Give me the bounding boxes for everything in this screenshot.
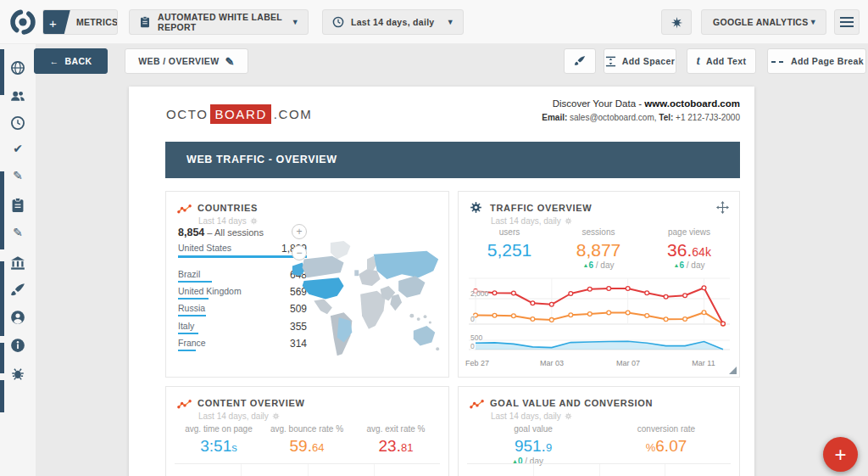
y-axis-tick: 500 — [470, 333, 482, 342]
sidebar-item-events[interactable]: ✔ — [10, 141, 25, 156]
gear-icon — [470, 201, 482, 214]
quick-actions-button[interactable] — [661, 9, 692, 35]
chevron-down-icon: ▼ — [447, 18, 463, 26]
card-title: GOAL VALUE AND CONVERSION — [490, 398, 653, 408]
value-bar — [178, 281, 212, 283]
card-subtitle: Last 14 days, daily — [491, 216, 561, 226]
add-spacer-button[interactable]: Add Spacer — [604, 48, 676, 74]
chart-icon — [177, 203, 192, 214]
sidebar-item-account[interactable] — [10, 310, 25, 325]
globe-icon — [10, 60, 25, 76]
plus-icon: + — [42, 10, 70, 35]
metric-conversion-rate: conversion rate %6.07 — [611, 424, 721, 456]
clipboard-icon — [10, 198, 25, 213]
section-header: WEB TRAFFIC - OVERVIEW — [165, 142, 740, 178]
table-preview — [467, 463, 731, 476]
spacer-icon — [605, 56, 616, 67]
y-axis-tick: 2,000 — [470, 289, 488, 298]
octoboard-logo-icon[interactable] — [8, 8, 37, 36]
metric-sessions: sessions 8,877 ▲6 / day — [556, 227, 641, 270]
sidebar-item-info[interactable] — [10, 338, 25, 353]
top-app-bar: + METRICS AUTOMATED WHITE LABEL REPORT ▼… — [0, 0, 868, 44]
metrics-button-label: METRICS — [76, 17, 118, 27]
date-range-label: Last 14 days, daily — [351, 17, 435, 27]
brand-board-chip: BOARD — [210, 104, 270, 124]
zoom-out-button[interactable]: − — [292, 245, 307, 260]
y-axis-tick: 0 — [470, 315, 475, 323]
card-subtitle: Last 14 days — [198, 216, 247, 226]
chart-icon — [470, 398, 484, 409]
sidebar-item-themes[interactable] — [10, 283, 25, 298]
metric-users: users 5,251 — [467, 227, 552, 260]
add-metrics-button[interactable]: + METRICS — [42, 9, 118, 35]
report-selector-label: AUTOMATED WHITE LABEL REPORT — [158, 12, 292, 32]
sidebar-group-indicator — [0, 380, 4, 412]
metric-exit-rate: avg. exit rate % 23.81 — [341, 424, 451, 456]
table-preview — [175, 463, 440, 476]
chart-icon — [177, 398, 192, 409]
arrow-left-icon: ← — [50, 56, 59, 66]
pen-icon: ✎ — [13, 226, 23, 239]
gear-icon[interactable] — [565, 412, 572, 420]
gear-icon[interactable] — [250, 217, 258, 225]
left-sidebar: ✔ ✎ ✎ — [0, 44, 36, 476]
data-source-label: GOOGLE ANALYTICS — [713, 17, 809, 27]
traffic-chart-main: 2,000 0 — [469, 273, 730, 329]
drag-move-icon[interactable] — [716, 201, 729, 214]
sidebar-item-compose[interactable]: ✎ — [10, 225, 25, 240]
resize-handle[interactable] — [729, 367, 737, 374]
paintbrush-icon — [574, 55, 586, 67]
report-contact-block: Discover Your Data - www.octoboard.com E… — [542, 98, 740, 122]
value-bar — [178, 350, 196, 351]
metric-pageviews: page views 36.64k ▲6 / day — [647, 227, 732, 270]
content-overview-card: CONTENT OVERVIEW Last 14 days, daily avg… — [165, 386, 449, 476]
world-map — [287, 234, 445, 372]
bank-icon — [10, 255, 25, 271]
chevron-down-icon: ▼ — [292, 18, 308, 26]
gear-icon[interactable] — [272, 412, 280, 420]
add-text-button[interactable]: t Add Text — [687, 48, 756, 74]
hamburger-icon — [840, 17, 854, 19]
back-button[interactable]: ← BACK — [34, 48, 108, 74]
plus-icon: + — [834, 443, 846, 467]
report-selector-dropdown[interactable]: AUTOMATED WHITE LABEL REPORT ▼ — [129, 9, 309, 35]
sidebar-item-templates[interactable] — [10, 198, 25, 213]
traffic-chart-users-area: 500 0 — [469, 333, 730, 356]
bug-icon — [10, 366, 25, 381]
x-axis-labels: Feb 27 Mar 03 Mar 07 Mar 11 — [469, 359, 730, 369]
metric-goal-value: goal value 951.9 ▲0 / day — [478, 424, 588, 466]
card-subtitle: Last 14 days, daily — [198, 412, 269, 421]
add-page-break-button[interactable]: Add Page Break — [767, 48, 866, 74]
card-title: TRAFFIC OVERVIEW — [490, 203, 592, 213]
countries-card: COUNTRIES Last 14 days 8,854 – All sessi… — [165, 191, 449, 378]
website-link: www.octoboard.com — [644, 98, 740, 109]
sidebar-group-indicator — [0, 171, 4, 249]
sidebar-group-indicator — [0, 343, 4, 373]
menu-button[interactable] — [834, 9, 860, 35]
report-name-label: WEB / OVERVIEW — [138, 56, 219, 66]
sidebar-group-indicator — [0, 261, 4, 336]
check-icon: ✔ — [13, 142, 23, 155]
sidebar-group-indicator — [0, 49, 4, 95]
sidebar-item-billing[interactable] — [10, 255, 25, 271]
sidebar-item-audience[interactable] — [10, 88, 25, 104]
traffic-overview-card: TRAFFIC OVERVIEW Last 14 days, daily use… — [458, 191, 740, 378]
data-source-dropdown[interactable]: GOOGLE ANALYTICS ▼ — [701, 9, 826, 35]
zoom-in-button[interactable]: + — [292, 224, 307, 239]
date-range-dropdown[interactable]: Last 14 days, daily ▼ — [322, 9, 464, 35]
clock-history-icon — [10, 115, 25, 131]
theme-brush-button[interactable] — [564, 48, 596, 74]
sidebar-item-debug[interactable] — [10, 366, 25, 381]
sidebar-item-history[interactable] — [10, 115, 25, 131]
sidebar-item-web[interactable] — [10, 60, 25, 76]
card-title: COUNTRIES — [198, 203, 258, 213]
gear-icon[interactable] — [565, 217, 572, 225]
info-icon — [10, 338, 25, 353]
sidebar-item-annotate[interactable]: ✎ — [10, 168, 25, 183]
brand-logo: OCTO BOARD .COM — [166, 104, 312, 124]
report-name-button[interactable]: WEB / OVERVIEW ✎ — [125, 48, 248, 74]
add-widget-fab[interactable]: + — [823, 437, 858, 472]
clock-icon — [332, 16, 344, 28]
sparkle-icon — [670, 16, 683, 29]
users-icon — [10, 88, 25, 104]
